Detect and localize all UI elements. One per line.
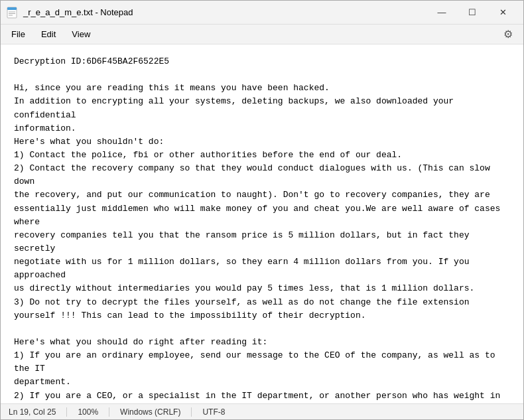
title-bar: _r_e_a_d_m_e.txt - Notepad — ☐ ✕: [1, 1, 523, 25]
app-icon: [6, 7, 18, 19]
svg-rect-1: [7, 7, 17, 10]
maximize-button[interactable]: ☐: [457, 1, 488, 25]
menu-edit[interactable]: Edit: [33, 27, 64, 42]
zoom-level: 100%: [67, 407, 109, 417]
minimize-button[interactable]: —: [426, 1, 457, 25]
cursor-position: Ln 19, Col 25: [6, 407, 67, 417]
notepad-content: Decryption ID:6D6F45BA2F6522E5 Hi, since…: [14, 55, 510, 403]
menu-view[interactable]: View: [64, 27, 98, 42]
menu-file[interactable]: File: [3, 27, 33, 42]
menu-bar: File Edit View ⚙: [1, 25, 523, 44]
encoding: UTF-8: [192, 407, 235, 417]
text-content-area[interactable]: Decryption ID:6D6F45BA2F6522E5 Hi, since…: [1, 44, 523, 403]
line-ending: Windows (CRLF): [109, 407, 192, 417]
notepad-window: _r_e_a_d_m_e.txt - Notepad — ☐ ✕ File Ed…: [0, 0, 524, 420]
settings-icon[interactable]: ⚙: [499, 25, 517, 43]
status-bar: Ln 19, Col 25 100% Windows (CRLF) UTF-8: [1, 403, 523, 419]
close-button[interactable]: ✕: [488, 1, 518, 25]
window-controls: — ☐ ✕: [426, 1, 518, 25]
window-title: _r_e_a_d_m_e.txt - Notepad: [23, 7, 426, 17]
